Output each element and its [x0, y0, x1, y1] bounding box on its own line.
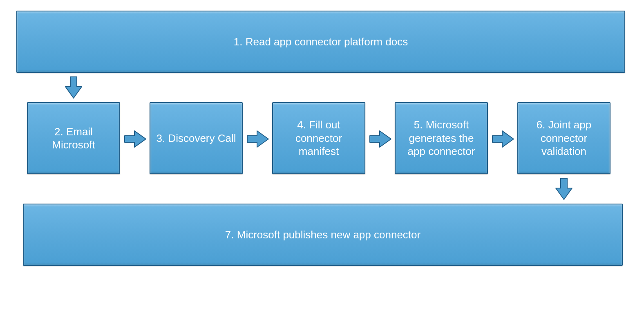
flowchart-canvas: 1. Read app connector platform docs 2. E…: [0, 0, 644, 314]
box-step-5-label: 5. Microsoft generates the app connector: [401, 118, 481, 158]
arrow-step2-to-step3: [124, 130, 147, 148]
box-step-6-label: 6. Joint app connector validation: [524, 118, 604, 158]
svg-marker-2: [247, 131, 268, 147]
arrow-step4-to-step5: [369, 130, 392, 148]
arrow-step1-to-step2: [65, 76, 83, 99]
arrow-step5-to-step6: [492, 130, 514, 148]
box-step-4: 4. Fill out connector manifest: [272, 102, 365, 174]
box-step-7-label: 7. Microsoft publishes new app connector: [225, 228, 420, 242]
svg-marker-3: [370, 131, 391, 147]
box-step-5: 5. Microsoft generates the app connector: [395, 102, 488, 174]
box-step-1: 1. Read app connector platform docs: [16, 11, 625, 73]
box-step-7: 7. Microsoft publishes new app connector: [23, 204, 623, 266]
box-step-4-label: 4. Fill out connector manifest: [279, 118, 359, 158]
svg-marker-4: [492, 131, 514, 147]
arrow-step6-to-step7: [555, 177, 573, 200]
box-step-3: 3. Discovery Call: [150, 102, 243, 174]
box-step-2-label: 2. Email Microsoft: [34, 125, 114, 152]
box-step-3-label: 3. Discovery Call: [156, 132, 236, 145]
box-step-2: 2. Email Microsoft: [27, 102, 120, 174]
svg-marker-5: [556, 178, 572, 200]
box-step-1-label: 1. Read app connector platform docs: [234, 35, 408, 49]
svg-marker-1: [125, 131, 146, 147]
arrow-step3-to-step4: [246, 130, 269, 148]
box-step-6: 6. Joint app connector validation: [517, 102, 610, 174]
svg-marker-0: [65, 77, 82, 98]
